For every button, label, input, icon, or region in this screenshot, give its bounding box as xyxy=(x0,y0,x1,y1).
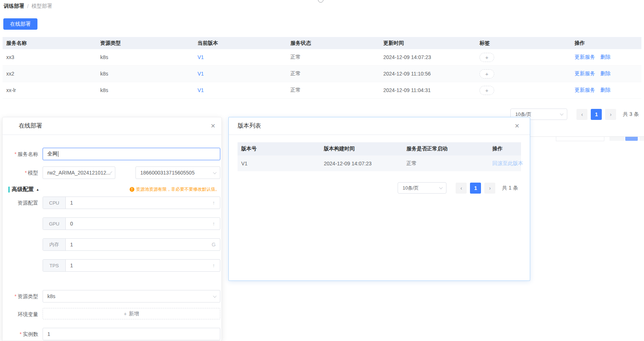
memory-input-group: 内存 1 G xyxy=(43,238,220,251)
page-number-button[interactable]: 1 xyxy=(470,183,481,194)
page-size-select[interactable]: 10条/页 xyxy=(398,182,446,194)
breadcrumb-separator: / xyxy=(27,3,29,9)
tps-prefix-label: TPS xyxy=(43,260,66,271)
update-time: 2024-12-09 11:04:31 xyxy=(380,87,476,93)
col-build-time: 版本构建时间 xyxy=(320,146,403,152)
delete-link[interactable]: 删除 xyxy=(600,87,611,94)
add-tag-button[interactable]: + xyxy=(480,86,494,95)
col-current-version: 当前版本 xyxy=(194,40,287,47)
version-table-row: V1 2024-12-09 14:07:23 正常 回滚至此版本 xyxy=(238,155,521,171)
page-number-button[interactable]: 1 xyxy=(591,109,602,120)
warning-icon: ! xyxy=(130,187,134,192)
env-vars-row: 环境变量 + 新增 xyxy=(3,308,220,320)
partial-active-page-button xyxy=(625,137,638,141)
col-tags: 标签 xyxy=(476,40,571,47)
resource-type-select[interactable]: k8s xyxy=(43,290,220,302)
update-service-link[interactable]: 更新服务 xyxy=(575,87,595,94)
chevron-down-icon xyxy=(439,186,443,189)
resource-type: k8s xyxy=(97,71,194,77)
instances-label: 实例数 xyxy=(3,328,38,340)
add-env-var-button[interactable]: + 新增 xyxy=(43,308,220,319)
close-icon[interactable]: ✕ xyxy=(515,123,520,129)
service-table: 服务名称 资源类型 当前版本 服务状态 更新时间 标签 操作 xx3 k8s V… xyxy=(3,37,641,99)
update-service-link[interactable]: 更新服务 xyxy=(575,54,595,60)
resource-type-label: 资源类型 xyxy=(3,290,38,302)
col-service-status: 服务状态 xyxy=(287,40,380,47)
service-name: xx2 xyxy=(3,71,97,77)
tps-input-group: TPS 1 ↑ xyxy=(43,259,220,272)
online-deploy-modal: 在线部署 ✕ 服务名称 全网 模型 rw2_ARIMA_2024121012..… xyxy=(2,117,222,341)
partial-page-size-select xyxy=(556,137,604,141)
service-name-label: 服务名称 xyxy=(3,148,38,160)
page-size-value: 10条/页 xyxy=(402,185,419,191)
version-table-header: 版本号 版本构建时间 服务是否正常启动 操作 xyxy=(238,142,521,155)
model-version-select[interactable]: 1866000313715605505 xyxy=(135,166,220,179)
resource-type: k8s xyxy=(97,87,194,93)
col-update-time: 更新时间 xyxy=(380,40,476,47)
version-number: V1 xyxy=(238,161,320,166)
memory-input[interactable]: 1 xyxy=(66,239,207,250)
modal-title: 在线部署 xyxy=(19,122,42,130)
total-count: 共 1 条 xyxy=(502,185,518,191)
gpu-input-group: GPU 0 ↑ xyxy=(43,217,220,230)
service-status: 正常 xyxy=(287,54,380,60)
model-label: 模型 xyxy=(3,166,38,179)
breadcrumb-parent[interactable]: 训练部署 xyxy=(4,3,24,10)
gpu-input[interactable]: 0 xyxy=(66,218,207,230)
cpu-input-group: CPU 1 ↑ xyxy=(43,197,220,209)
update-time: 2024-12-09 11:10:56 xyxy=(380,71,476,77)
add-env-var-label: 新增 xyxy=(129,311,139,317)
col-actions: 操作 xyxy=(571,40,641,47)
service-table-header: 服务名称 资源类型 当前版本 服务状态 更新时间 标签 操作 xyxy=(3,37,641,49)
modal-header: 在线部署 ✕ xyxy=(3,117,221,135)
model-select[interactable]: rw2_ARIMA_2024121012... xyxy=(43,166,115,179)
service-name-input[interactable]: 全网 xyxy=(43,148,220,160)
tps-input[interactable]: 1 xyxy=(66,260,207,271)
warning-text: 资源池资源有限，非必要不要修改默认值。 xyxy=(136,186,220,192)
delete-link[interactable]: 删除 xyxy=(600,70,611,77)
collapse-caret-icon[interactable]: ▲ xyxy=(36,188,39,191)
col-version: 版本号 xyxy=(238,146,320,152)
chevron-down-icon xyxy=(560,112,564,115)
chevron-down-icon xyxy=(213,294,217,298)
online-deploy-button[interactable]: 在线部署 xyxy=(3,18,37,30)
next-page-button[interactable]: › xyxy=(605,109,616,120)
version-link[interactable]: V1 xyxy=(198,87,204,93)
service-status: 正常 xyxy=(287,70,380,77)
update-time: 2024-12-09 14:07:23 xyxy=(380,54,476,60)
add-tag-button[interactable]: + xyxy=(480,53,494,62)
prev-page-button[interactable]: ‹ xyxy=(456,183,467,194)
advanced-config-section: 高级配置 ▲ ! 资源池资源有限，非必要不要修改默认值。 xyxy=(3,186,220,193)
resource-config-row: 资源配置 CPU 1 ↑ GPU 0 ↑ 内存 1 G xyxy=(3,197,220,272)
build-time: 2024-12-09 14:07:23 xyxy=(320,161,403,166)
service-name: xx-lr xyxy=(3,87,97,93)
model-select-value: rw2_ARIMA_2024121012... xyxy=(47,170,111,176)
total-count: 共 3 条 xyxy=(623,111,639,118)
cpu-input[interactable]: 1 xyxy=(66,197,207,209)
resource-type: k8s xyxy=(97,54,194,60)
table-row: xx2 k8s V1 正常 2024-12-09 11:10:56 + 更新服务… xyxy=(3,66,641,82)
breadcrumb: 训练部署 / 模型部署 xyxy=(4,3,52,10)
model-deploy-page: 训练部署 / 模型部署 在线部署 服务名称 资源类型 当前版本 服务状态 更新时… xyxy=(0,0,644,341)
page-size-value: 10条/页 xyxy=(515,111,531,118)
plus-icon: + xyxy=(124,311,127,317)
resource-config-label: 资源配置 xyxy=(3,197,38,209)
rollback-link[interactable]: 回滚至此版本 xyxy=(492,160,523,166)
next-page-button[interactable]: › xyxy=(484,183,495,194)
advanced-config-label: 高级配置 xyxy=(12,186,34,193)
prev-page-button[interactable]: ‹ xyxy=(576,109,587,120)
instances-input[interactable]: 1 xyxy=(43,328,220,340)
model-version-value: 1866000313715605505 xyxy=(140,170,195,176)
close-icon[interactable]: ✕ xyxy=(211,123,216,129)
version-link[interactable]: V1 xyxy=(198,54,204,60)
section-accent-bar xyxy=(8,187,10,192)
instances-row: 实例数 1 xyxy=(3,328,220,340)
update-service-link[interactable]: 更新服务 xyxy=(575,70,595,77)
chevron-down-icon xyxy=(213,170,217,174)
version-link[interactable]: V1 xyxy=(198,71,204,77)
add-tag-button[interactable]: + xyxy=(480,69,494,78)
modal-title: 版本列表 xyxy=(238,122,261,130)
arrow-up-icon: ↑ xyxy=(207,260,220,271)
col-actions: 操作 xyxy=(489,146,521,152)
delete-link[interactable]: 删除 xyxy=(600,54,611,60)
